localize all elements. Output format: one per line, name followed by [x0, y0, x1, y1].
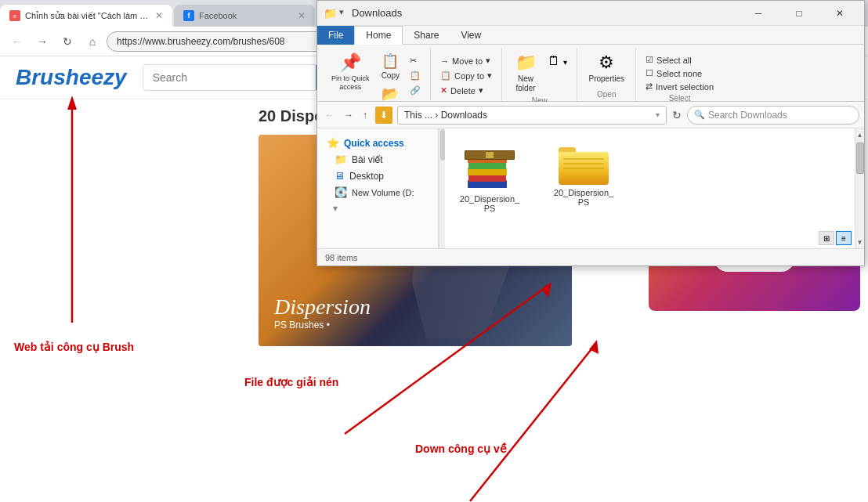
sidebar-scrollbar[interactable] — [439, 128, 445, 248]
new-item-button[interactable]: 🗒 ▾ — [544, 51, 570, 71]
copy-icon: 📋 — [382, 52, 399, 70]
select-all-button[interactable]: ☑ Select all — [642, 54, 717, 66]
copy-to-icon: 📋 — [440, 70, 451, 81]
site-logo: Brusheezy — [16, 65, 127, 90]
sidebar-item-new-volume[interactable]: 💽 New Volume (D: — [317, 184, 438, 200]
exp-forward-btn[interactable]: → — [341, 107, 356, 124]
breadcrumb-path: This ... › Downloads — [404, 110, 487, 121]
ribbon-group-clipboard: 📌 Pin to Quickaccess 📋 Copy 📂 Paste — [320, 48, 431, 101]
explorer-titlebar: 📁 ▾ Downloads ─ □ ✕ — [317, 1, 864, 26]
new-dropdown-arrow: ▾ — [563, 58, 567, 67]
details-view-btn[interactable]: ≡ — [836, 231, 852, 245]
winrar-icon — [465, 141, 515, 191]
explorer-minimize[interactable]: ─ — [740, 1, 776, 26]
sidebar-item-desktop[interactable]: 🖥 Desktop — [317, 168, 438, 184]
explorer-maximize[interactable]: □ — [781, 1, 817, 26]
exp-icon: ⬇ — [380, 110, 388, 121]
file-folder[interactable]: 20_Dispersion_PS — [548, 138, 619, 210]
folder-body — [559, 152, 609, 185]
ribbon-group-organize: → Move to ▾ 📋 Copy to ▾ ✕ Delete ▾ — [431, 48, 502, 101]
paste-icon: 📂 — [382, 85, 399, 103]
tab2-label: Facebook — [199, 11, 237, 20]
exp-back-btn[interactable]: ← — [322, 107, 338, 124]
collapse-icon: ▾ — [333, 203, 338, 214]
site-left-panel — [0, 99, 243, 502]
select-btns: ☑ Select all ☐ Select none ⇄ Invert sele… — [642, 48, 717, 92]
tab-2[interactable]: f Facebook ✕ — [174, 5, 315, 27]
large-icons-view-btn[interactable]: ⊞ — [819, 231, 834, 245]
site-search-input[interactable] — [143, 71, 316, 84]
forward-button[interactable]: → — [31, 31, 53, 52]
titlebar-icons: 📁 ▾ — [324, 7, 344, 20]
invert-icon: ⇄ — [646, 81, 653, 92]
select-none-button[interactable]: ☐ Select none — [642, 67, 717, 79]
file-winrar-name: 20_Dispersion_PS — [458, 194, 522, 213]
explorer-files-area: 20_Dispersion_PS 20_Dispersion_PS — [445, 128, 855, 248]
tab-1[interactable]: e Chỉnh sửa bài viết "Cách làm hi... ✕ — [0, 5, 172, 27]
ribbon-content: 📌 Pin to Quickaccess 📋 Copy 📂 Paste — [317, 45, 864, 101]
open-group-label: Open — [584, 88, 629, 101]
scroll-up-btn[interactable]: ▲ — [855, 128, 864, 141]
sidebar-item-bai-viet[interactable]: 📁 Bài viết — [317, 151, 438, 168]
scroll-thumb[interactable] — [856, 143, 864, 174]
exp-up-btn[interactable]: ↑ — [360, 107, 371, 124]
select-all-label: Select all — [656, 56, 692, 65]
search-icon: 🔍 — [694, 110, 705, 120]
ribbon-tab-view[interactable]: View — [450, 26, 492, 45]
explorer-close[interactable]: ✕ — [822, 1, 858, 26]
home-button[interactable]: ⌂ — [81, 31, 103, 52]
breadcrumb-dropdown[interactable]: ▾ — [656, 110, 660, 119]
copy-path-button[interactable]: 📋 — [407, 69, 424, 82]
tab1-close[interactable]: ✕ — [155, 10, 163, 21]
move-to-arrow: ▾ — [486, 56, 490, 66]
scroll-track — [855, 141, 864, 236]
file-folder-name: 20_Dispersion_PS — [552, 188, 616, 207]
ribbon-group-new: 📁 Newfolder 🗒 ▾ New — [502, 48, 577, 101]
invert-selection-button[interactable]: ⇄ Invert selection — [642, 81, 717, 92]
invert-label: Invert selection — [656, 82, 714, 92]
ribbon-tab-share[interactable]: Share — [403, 26, 450, 45]
sidebar-item-quick-access[interactable]: ⭐ Quick access — [317, 135, 438, 151]
ribbon-tab-home[interactable]: Home — [354, 26, 403, 45]
ribbon-tab-file[interactable]: File — [317, 26, 354, 45]
new-volume-icon: 💽 — [335, 186, 347, 198]
view-toggle-buttons: ⊞ ≡ — [819, 231, 852, 245]
quick-access-label: Quick access — [344, 138, 404, 149]
open-btns: ⚙ Properties — [584, 48, 629, 88]
properties-button[interactable]: ⚙ Properties — [584, 51, 629, 85]
copy-to-button[interactable]: 📋 Copy to ▾ — [437, 69, 495, 82]
delete-label: Delete — [450, 86, 476, 96]
search-placeholder: Search Downloads — [708, 110, 787, 121]
new-folder-button[interactable]: 📁 Newfolder — [508, 51, 543, 95]
breadcrumb-bar[interactable]: This ... › Downloads ▾ — [397, 106, 667, 125]
scroll-down-btn[interactable]: ▼ — [855, 236, 864, 248]
winrar-belt — [465, 150, 515, 160]
delete-button[interactable]: ✕ Delete ▾ — [437, 84, 495, 97]
back-button[interactable]: ← — [6, 31, 28, 52]
shortcut-button[interactable]: 🔗 — [407, 84, 424, 97]
exp-downloads-icon: ⬇ — [375, 107, 392, 124]
copy-button[interactable]: 📋 Copy — [376, 51, 406, 82]
sidebar-collapse-arrow[interactable]: ▾ — [317, 200, 438, 216]
dispersion-title: Dispersion — [274, 294, 371, 320]
explorer-search[interactable]: 🔍 Search Downloads — [687, 106, 859, 125]
file-winrar[interactable]: 20_Dispersion_PS — [454, 138, 525, 216]
exp-refresh-btn[interactable]: ↻ — [670, 107, 684, 124]
move-to-label: Move to — [452, 56, 483, 66]
explorer-body: ⭐ Quick access 📁 Bài viết 🖥 Desktop 💽 Ne… — [317, 128, 864, 248]
delete-arrow: ▾ — [479, 85, 483, 96]
select-none-label: Select none — [656, 69, 702, 78]
explorer-vscrollbar[interactable]: ▲ ▼ — [855, 128, 864, 248]
bai-viet-icon: 📁 — [335, 153, 347, 165]
copy-label: Copy — [382, 71, 400, 81]
cut-button[interactable]: ✂ — [407, 54, 424, 67]
new-folder-label: Newfolder — [516, 74, 536, 93]
status-items-count: 98 items — [325, 253, 358, 262]
pin-to-quick-access-button[interactable]: 📌 Pin to Quickaccess — [327, 51, 374, 93]
move-to-button[interactable]: → Move to ▾ — [437, 54, 495, 67]
clipboard-extra-btns: ✂ 📋 🔗 — [407, 54, 424, 97]
refresh-button[interactable]: ↻ — [56, 31, 78, 52]
ribbon-tabs-bar: File Home Share View — [317, 26, 864, 45]
ribbon-group-select: ☑ Select all ☐ Select none ⇄ Invert sele… — [636, 48, 723, 101]
tab2-close[interactable]: ✕ — [298, 10, 306, 21]
